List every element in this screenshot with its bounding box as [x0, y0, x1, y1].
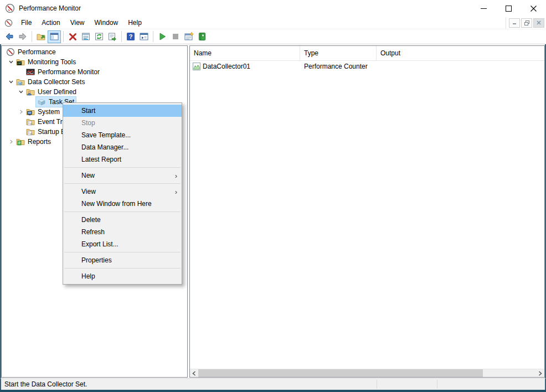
maximize-button[interactable]	[496, 0, 521, 17]
export-to-folder-icon[interactable]	[34, 30, 48, 43]
list-header: Name Type Output	[190, 46, 544, 61]
tree-label: Performance	[18, 48, 56, 56]
horizontal-scrollbar[interactable]	[190, 369, 544, 377]
context-menu: Start Stop Save Template... Data Manager…	[63, 102, 182, 285]
show-action-pane-icon[interactable]	[137, 30, 151, 43]
chevron-spacer	[16, 117, 26, 126]
tree-item-performance[interactable]: Performance	[2, 47, 187, 57]
menu-item-label: View	[81, 188, 96, 195]
tree-label: Data Collector Sets	[28, 78, 85, 86]
data-collector-icon	[193, 63, 200, 70]
chevron-down-icon[interactable]	[6, 78, 16, 86]
cell-name: DataCollector01	[190, 63, 300, 70]
svg-text:01: 01	[30, 122, 33, 125]
menu-item-stop[interactable]: Stop	[63, 117, 182, 129]
folder-clipboard-icon: 01	[26, 117, 35, 126]
tree-label: User Defined	[38, 88, 76, 96]
new-data-collector-set-icon[interactable]	[182, 30, 195, 43]
svg-text:?: ?	[129, 33, 133, 40]
cell-type: Performance Counter	[300, 63, 377, 70]
cell-name-text: DataCollector01	[203, 63, 250, 70]
menu-action[interactable]: Action	[37, 17, 65, 28]
scroll-left-icon[interactable]	[190, 369, 198, 377]
menu-separator	[64, 167, 181, 168]
folder-monitor-icon	[26, 107, 35, 116]
folder-chart-icon	[16, 58, 25, 66]
menu-window[interactable]: Window	[90, 17, 123, 28]
table-row[interactable]: DataCollector01 Performance Counter	[190, 61, 544, 71]
perfmon-app-icon	[5, 3, 15, 13]
column-header-output[interactable]: Output	[377, 46, 544, 61]
stop-icon[interactable]	[169, 30, 182, 43]
mdi-minimize-button[interactable]	[509, 18, 520, 28]
column-header-type[interactable]: Type	[300, 46, 377, 61]
tree-item-data-collector-sets[interactable]: Data Collector Sets	[2, 77, 187, 87]
perfmon-icon	[6, 48, 15, 56]
tree-item-user-defined[interactable]: User Defined	[2, 87, 187, 97]
menu-item-export-list[interactable]: Export List...	[63, 238, 182, 250]
chevron-down-icon[interactable]	[16, 87, 26, 96]
mdi-close-button[interactable]	[533, 18, 544, 28]
tree-label: Startup E	[38, 128, 65, 136]
folder-clipboard-icon: 01	[26, 127, 35, 136]
scrollbar-track[interactable]	[198, 369, 536, 377]
menu-item-view[interactable]: View ›	[63, 185, 182, 198]
menu-help[interactable]: Help	[123, 17, 147, 28]
tree-label: Monitoring Tools	[28, 58, 76, 66]
scroll-right-icon[interactable]	[536, 369, 544, 377]
mdi-restore-button[interactable]	[521, 18, 532, 28]
refresh-icon[interactable]	[92, 30, 106, 43]
status-text: Start the Data Collector Set.	[4, 380, 87, 388]
cube-icon	[37, 97, 46, 106]
menu-item-latest-report[interactable]: Latest Report	[63, 153, 182, 166]
tree-label: System	[38, 108, 60, 116]
menu-item-new-window-from-here[interactable]: New Window from Here	[63, 198, 182, 210]
toggle-console-tree-icon[interactable]	[48, 30, 61, 43]
statusbar-divider	[377, 380, 377, 389]
chevron-spacer	[16, 127, 26, 136]
window-title: Performance Monitor	[19, 4, 81, 12]
minimize-button[interactable]	[471, 0, 496, 17]
chevron-right-icon[interactable]	[6, 137, 16, 146]
chevron-spacer	[16, 68, 26, 76]
chevron-right-icon[interactable]	[16, 107, 26, 116]
column-header-name[interactable]: Name	[190, 46, 300, 61]
tree-item-monitoring-tools[interactable]: Monitoring Tools	[2, 57, 187, 67]
menu-item-save-template[interactable]: Save Template...	[63, 129, 182, 141]
menu-item-start[interactable]: Start	[63, 105, 182, 117]
delete-icon[interactable]	[66, 30, 79, 43]
menu-item-data-manager[interactable]: Data Manager...	[63, 141, 182, 153]
submenu-arrow-icon: ›	[175, 172, 177, 179]
status-bar: Start the Data Collector Set.	[0, 378, 546, 390]
menu-view[interactable]: View	[65, 17, 90, 28]
statusbar-divider	[437, 380, 437, 389]
menu-item-new[interactable]: New ›	[63, 169, 182, 182]
chevron-down-icon[interactable]	[6, 58, 16, 66]
menu-item-refresh[interactable]: Refresh	[63, 226, 182, 238]
view-log-icon[interactable]	[195, 30, 209, 43]
toolbar: ?	[0, 29, 546, 44]
toolbar-separator	[153, 31, 153, 42]
start-icon[interactable]	[156, 30, 169, 43]
properties-icon[interactable]	[79, 30, 92, 43]
scrollbar-thumb[interactable]	[198, 369, 483, 377]
chevron-spacer	[26, 97, 36, 106]
menu-separator	[64, 183, 181, 184]
menu-bar: File Action View Window Help	[0, 17, 546, 29]
toolbar-separator	[32, 31, 32, 42]
menu-item-properties[interactable]: Properties	[63, 254, 182, 266]
chart-icon	[26, 68, 35, 76]
close-button[interactable]	[521, 0, 546, 17]
menu-item-delete[interactable]: Delete	[63, 214, 182, 226]
title-bar: Performance Monitor	[0, 0, 546, 17]
menu-item-help[interactable]: Help	[63, 270, 182, 282]
forward-icon[interactable]	[16, 30, 29, 43]
folder-user-icon	[26, 87, 35, 96]
help-icon[interactable]: ?	[124, 30, 137, 43]
menu-file[interactable]: File	[16, 17, 37, 28]
tree-item-performance-monitor[interactable]: Performance Monitor	[2, 67, 187, 77]
console-icon	[4, 19, 13, 27]
export-list-icon[interactable]	[106, 30, 119, 43]
folder-report-icon	[16, 137, 25, 146]
back-icon[interactable]	[3, 30, 16, 43]
